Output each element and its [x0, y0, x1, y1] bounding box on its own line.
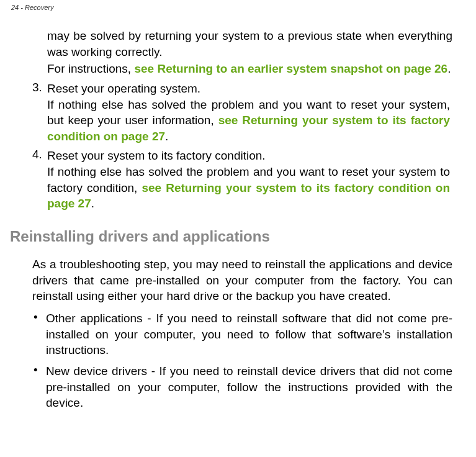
bullet-content-1: Other applications - If you need to rein…: [46, 310, 452, 358]
intro-instructions: For instructions, see Returning to an ea…: [47, 61, 452, 77]
list-item-4: 4. Reset your system to its factory cond…: [32, 148, 452, 212]
intro-paragraph: may be solved by returning your system t…: [47, 28, 452, 60]
bullet-mark-2: •: [34, 363, 46, 411]
item4-body-post: .: [91, 197, 94, 210]
bullet-content-2: New device drivers - If you need to rein…: [46, 363, 452, 411]
item4-title: Reset your system to its factory conditi…: [47, 149, 266, 162]
section-heading-reinstalling: Reinstalling drivers and applications: [10, 228, 452, 245]
bullet-item-1: • Other applications - If you need to re…: [34, 310, 452, 358]
list-number-4: 4.: [32, 148, 47, 161]
item3-body-post: .: [165, 130, 168, 143]
link-snapshot[interactable]: see Returning to an earlier system snaps…: [134, 62, 447, 75]
bullet-mark-1: •: [34, 310, 46, 358]
main-content: may be solved by returning your system t…: [32, 28, 452, 411]
item3-title: Reset your operating system.: [47, 82, 200, 95]
intro-text-1: may be solved by returning your system t…: [47, 29, 452, 58]
page-header: 24 - Recovery: [11, 4, 53, 11]
list-item-3: 3. Reset your operating system. If nothi…: [32, 81, 452, 145]
bullet-item-2: • New device drivers - If you need to re…: [34, 363, 452, 411]
list-content-3: Reset your operating system. If nothing …: [47, 81, 450, 145]
section-para-1: As a troubleshooting step, you may need …: [32, 256, 452, 304]
intro-text-2: For instructions,: [47, 62, 134, 75]
list-number-3: 3.: [32, 81, 47, 94]
intro-text-3: .: [447, 62, 451, 75]
list-content-4: Reset your system to its factory conditi…: [47, 148, 450, 212]
